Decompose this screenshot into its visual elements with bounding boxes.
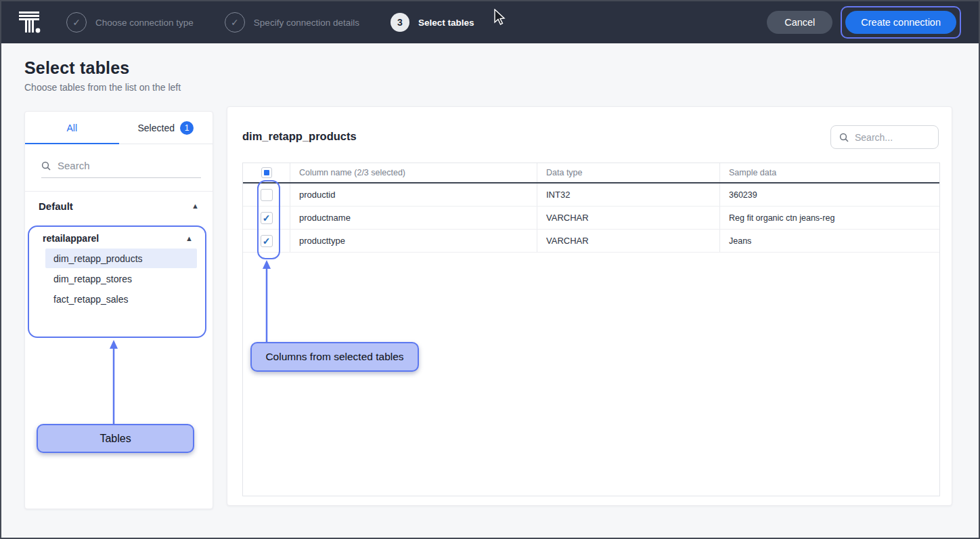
search-icon xyxy=(839,133,849,142)
tables-callout-label: Tables xyxy=(99,433,131,445)
step-choose-connection-type: ✓ Choose connection type xyxy=(66,12,194,33)
sidebar-table-fact-retapp-sales[interactable]: fact_retapp_sales xyxy=(45,289,197,309)
table-item-label: fact_retapp_sales xyxy=(53,294,129,305)
indeterminate-mark xyxy=(264,170,269,175)
mouse-cursor xyxy=(493,9,507,26)
page-subtitle: Choose tables from the list on the left xyxy=(24,82,181,93)
tables-highlight-annotation: retailapparel ▲ dim_retapp_products dim_… xyxy=(28,225,206,338)
data-type-cell: VARCHAR xyxy=(537,207,720,229)
sidebar-schema-retailapparel[interactable]: retailapparel ▲ xyxy=(29,227,205,248)
table-row-producttype[interactable]: ✓ producttype VARCHAR Jeans xyxy=(243,230,939,253)
select-all-checkbox[interactable] xyxy=(261,167,272,178)
thoughtspot-logo-icon[interactable] xyxy=(18,9,42,35)
checkbox-cell: ✓ xyxy=(243,207,290,229)
column-name-cell: producttype xyxy=(290,230,537,252)
columns-panel: dim_retapp_products Search... Column nam… xyxy=(227,106,952,506)
row-checkbox[interactable] xyxy=(261,189,273,201)
sidebar-search-input[interactable]: Search xyxy=(41,160,201,178)
chevron-up-icon[interactable]: ▲ xyxy=(185,234,193,242)
table-item-label: dim_retapp_products xyxy=(53,253,143,264)
columns-callout-label: Columns from selected tables xyxy=(265,351,403,363)
chevron-up-icon[interactable]: ▲ xyxy=(192,202,199,210)
sample-data-cell: 360239 xyxy=(720,184,939,206)
sidebar-table-dim-retapp-products[interactable]: dim_retapp_products xyxy=(45,249,197,268)
checkbox-cell xyxy=(243,184,290,206)
step-specify-connection-details: ✓ Specify connection details xyxy=(225,12,359,33)
column-name-header: Column name (2/3 selected) xyxy=(290,163,537,182)
selected-table-title: dim_retapp_products xyxy=(242,130,357,143)
table-item-label: dim_retapp_stores xyxy=(53,274,132,284)
step-select-tables: 3 Select tables xyxy=(391,13,474,32)
table-row-productname[interactable]: ✓ productname VARCHAR Reg fit organic ct… xyxy=(243,207,939,230)
create-connection-button[interactable]: Create connection xyxy=(845,11,956,34)
top-bar: ✓ Choose connection type ✓ Specify conne… xyxy=(1,1,979,43)
sidebar-tabs: All Selected 1 xyxy=(25,112,213,144)
section-label: Default xyxy=(39,200,73,212)
sample-data-header: Sample data xyxy=(720,163,939,182)
sample-data-cell: Reg fit organic ctn jeans-reg xyxy=(720,207,939,229)
row-checkbox[interactable]: ✓ xyxy=(261,235,273,247)
data-type-cell: INT32 xyxy=(537,184,720,206)
tab-selected[interactable]: Selected 1 xyxy=(119,112,213,144)
step-label: Choose connection type xyxy=(95,18,194,28)
header-checkbox-cell xyxy=(243,163,290,182)
columns-callout: Columns from selected tables xyxy=(250,342,419,372)
columns-table-header: Column name (2/3 selected) Data type Sam… xyxy=(243,163,939,184)
cancel-button[interactable]: Cancel xyxy=(767,11,832,34)
columns-table: Column name (2/3 selected) Data type Sam… xyxy=(242,163,940,496)
page-title: Select tables xyxy=(24,58,129,78)
sidebar-section-default[interactable]: Default ▲ xyxy=(25,192,213,220)
column-name-cell: productname xyxy=(290,207,537,229)
create-connection-highlight-annotation: Create connection xyxy=(841,6,961,39)
checkbox-cell: ✓ xyxy=(243,230,290,252)
columns-search-input[interactable]: Search... xyxy=(830,125,939,149)
sidebar-search-placeholder: Search xyxy=(58,160,90,171)
wizard-steps: ✓ Choose connection type ✓ Specify conne… xyxy=(66,12,474,33)
table-row-productid[interactable]: productid INT32 360239 xyxy=(243,184,939,207)
step-label: Specify connection details xyxy=(254,18,359,28)
column-name-cell: productid xyxy=(290,184,537,206)
step-number: 3 xyxy=(391,13,409,32)
tab-selected-label: Selected xyxy=(138,123,175,133)
step-label: Select tables xyxy=(418,18,474,28)
selected-count-badge: 1 xyxy=(180,121,194,135)
sample-data-cell: Jeans xyxy=(720,230,939,252)
step-done-icon: ✓ xyxy=(225,12,245,33)
search-icon xyxy=(41,161,51,171)
data-type-header: Data type xyxy=(537,163,720,182)
tab-all-label: All xyxy=(66,123,77,133)
row-checkbox[interactable]: ✓ xyxy=(261,212,273,224)
columns-search-placeholder: Search... xyxy=(855,132,893,143)
tab-all[interactable]: All xyxy=(25,112,119,144)
app-window: ✓ Choose connection type ✓ Specify conne… xyxy=(0,0,980,539)
schema-label: retailapparel xyxy=(43,233,99,244)
data-type-cell: VARCHAR xyxy=(537,230,720,252)
step-done-icon: ✓ xyxy=(66,12,87,33)
tables-callout: Tables xyxy=(37,424,194,453)
sidebar-table-dim-retapp-stores[interactable]: dim_retapp_stores xyxy=(45,269,197,288)
